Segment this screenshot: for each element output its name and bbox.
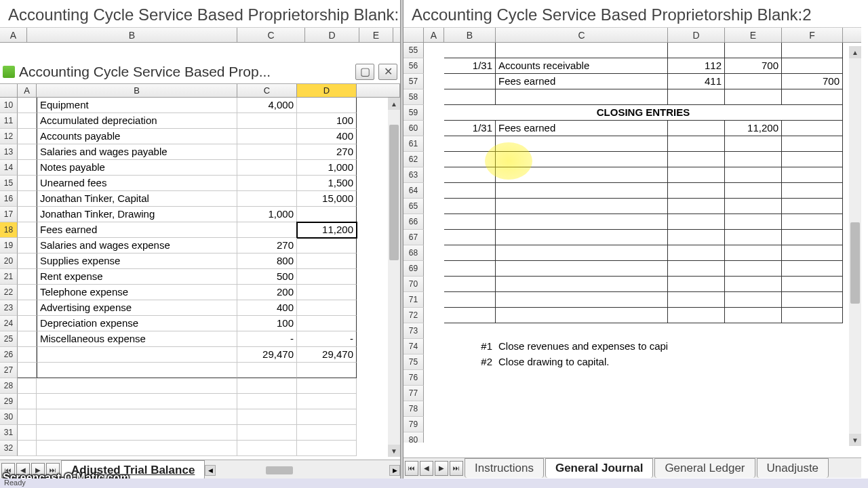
cell[interactable] — [297, 269, 357, 285]
cell[interactable] — [782, 308, 843, 323]
close-button[interactable]: ✕ — [378, 64, 397, 80]
cell[interactable] — [297, 98, 357, 113]
row-header[interactable]: 20 — [0, 253, 18, 269]
cell[interactable] — [297, 363, 357, 378]
cell[interactable] — [782, 214, 843, 230]
cell[interactable] — [668, 277, 725, 292]
vscroll-down-icon[interactable]: ▼ — [388, 445, 400, 457]
cell[interactable]: Accounts payable — [37, 129, 237, 144]
cell[interactable] — [18, 316, 37, 331]
cell[interactable] — [496, 167, 668, 183]
row-header[interactable]: 65 — [403, 199, 424, 214]
cell[interactable]: 800 — [237, 253, 297, 269]
cell[interactable] — [782, 432, 843, 443]
cell[interactable] — [18, 113, 37, 129]
rcol-A[interactable]: A — [424, 28, 444, 42]
cell[interactable] — [725, 136, 782, 152]
cell[interactable] — [725, 152, 782, 167]
cell[interactable] — [424, 354, 444, 370]
sheet-tab[interactable]: General Journal — [545, 458, 653, 478]
row-header[interactable]: 17 — [0, 207, 18, 222]
cell[interactable] — [496, 152, 668, 167]
cell[interactable] — [18, 409, 37, 425]
cell[interactable] — [444, 89, 496, 105]
cell[interactable] — [37, 409, 237, 425]
cell[interactable] — [444, 245, 496, 261]
row-header[interactable]: 32 — [0, 441, 18, 456]
rcol-D[interactable]: D — [668, 28, 725, 42]
cell[interactable]: 1,000 — [237, 207, 297, 222]
floating-grid[interactable]: 10Equipment4,00011Accumulated depreciati… — [0, 98, 400, 457]
cell[interactable] — [18, 300, 37, 316]
cell[interactable] — [782, 339, 843, 354]
cell[interactable] — [444, 401, 496, 417]
cell[interactable] — [668, 230, 725, 245]
cell[interactable]: Depreciation expense — [37, 316, 237, 331]
cell[interactable] — [782, 261, 843, 277]
cell[interactable]: Telephone expense — [37, 285, 237, 300]
cell[interactable] — [18, 129, 37, 144]
cell[interactable]: 500 — [237, 269, 297, 285]
cell[interactable] — [725, 183, 782, 199]
cell[interactable] — [725, 323, 782, 339]
cell[interactable] — [18, 98, 37, 113]
cell[interactable] — [782, 167, 843, 183]
cell[interactable] — [725, 230, 782, 245]
cell[interactable] — [668, 167, 725, 183]
row-header[interactable]: 59 — [403, 105, 424, 121]
row-header[interactable]: 19 — [0, 238, 18, 253]
cell[interactable] — [725, 261, 782, 277]
cell[interactable] — [444, 199, 496, 214]
row-header[interactable]: 15 — [0, 176, 18, 191]
cell[interactable] — [496, 183, 668, 199]
cell[interactable] — [237, 222, 297, 238]
cell[interactable] — [496, 136, 668, 152]
cell[interactable]: 100 — [297, 113, 357, 129]
cell[interactable] — [237, 113, 297, 129]
cell[interactable]: 700 — [725, 58, 782, 74]
cell[interactable] — [18, 207, 37, 222]
cell[interactable] — [424, 277, 444, 292]
cell[interactable] — [424, 292, 444, 308]
cell[interactable] — [18, 176, 37, 191]
cell[interactable] — [424, 89, 444, 105]
r-vscroll-thumb[interactable] — [850, 222, 860, 304]
cell[interactable] — [424, 308, 444, 323]
row-header[interactable]: 57 — [403, 74, 424, 89]
row-header[interactable]: 27 — [0, 363, 18, 378]
fcol-C[interactable]: C — [237, 84, 297, 97]
cell[interactable] — [424, 323, 444, 339]
cell[interactable] — [668, 417, 725, 432]
cell[interactable] — [424, 167, 444, 183]
cell[interactable]: 11,200 — [297, 222, 357, 238]
cell[interactable] — [37, 378, 237, 394]
cell[interactable] — [496, 199, 668, 214]
cell[interactable]: 400 — [237, 300, 297, 316]
cell[interactable] — [782, 245, 843, 261]
cell[interactable] — [424, 432, 444, 443]
cell[interactable] — [18, 425, 37, 441]
cell[interactable] — [668, 354, 725, 370]
cell[interactable] — [237, 129, 297, 144]
cell[interactable] — [444, 432, 496, 443]
cell[interactable] — [668, 199, 725, 214]
row-header[interactable]: 18 — [0, 222, 18, 238]
cell[interactable] — [237, 409, 297, 425]
cell[interactable] — [725, 245, 782, 261]
cell[interactable]: 1/31 — [444, 121, 496, 136]
cell[interactable] — [444, 74, 496, 89]
row-header[interactable]: 56 — [403, 58, 424, 74]
cell[interactable] — [297, 207, 357, 222]
row-header[interactable]: 28 — [0, 378, 18, 394]
cell[interactable] — [424, 58, 444, 74]
cell[interactable] — [668, 136, 725, 152]
cell[interactable] — [18, 160, 37, 176]
rtab-nav-prev-icon[interactable]: ◀ — [420, 461, 433, 476]
cell[interactable]: - — [237, 331, 297, 347]
cell[interactable] — [424, 199, 444, 214]
cell[interactable] — [444, 183, 496, 199]
col-header-B[interactable]: B — [27, 28, 237, 42]
cell[interactable] — [496, 292, 668, 308]
row-header[interactable]: 69 — [403, 261, 424, 277]
cell[interactable] — [297, 238, 357, 253]
